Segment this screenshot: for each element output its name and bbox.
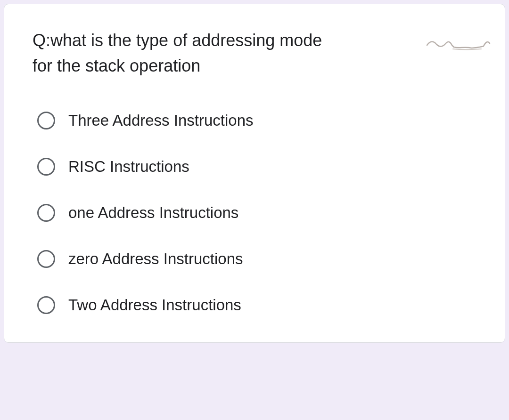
option-two-address[interactable]: Two Address Instructions — [37, 296, 476, 314]
option-label: RISC Instructions — [68, 158, 189, 176]
radio-icon — [37, 158, 55, 176]
option-three-address[interactable]: Three Address Instructions — [37, 112, 476, 129]
radio-icon — [37, 296, 55, 314]
annotation-scribble — [425, 35, 491, 54]
option-label: Two Address Instructions — [68, 296, 241, 314]
option-zero-address[interactable]: zero Address Instructions — [37, 250, 476, 268]
radio-icon — [37, 204, 55, 222]
option-label: zero Address Instructions — [68, 250, 243, 268]
option-one-address[interactable]: one Address Instructions — [37, 204, 476, 222]
question-card: Q:what is the type of addressing mode fo… — [4, 4, 505, 343]
question-text: Q:what is the type of addressing mode fo… — [33, 28, 343, 79]
option-label: Three Address Instructions — [68, 112, 254, 129]
radio-icon — [37, 250, 55, 268]
options-list: Three Address Instructions RISC Instruct… — [33, 112, 476, 314]
option-risc[interactable]: RISC Instructions — [37, 158, 476, 176]
radio-icon — [37, 112, 55, 129]
option-label: one Address Instructions — [68, 204, 238, 222]
